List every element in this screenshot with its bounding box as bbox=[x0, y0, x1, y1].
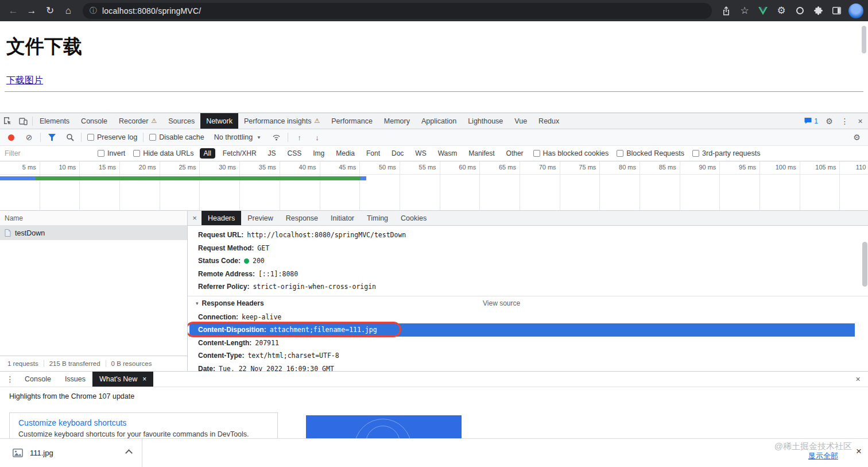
drawer-menu-icon[interactable]: ⋮ bbox=[2, 372, 18, 387]
side-panel-icon[interactable] bbox=[828, 2, 845, 20]
bookmark-star-icon[interactable]: ☆ bbox=[736, 2, 753, 20]
tab-preview[interactable]: Preview bbox=[241, 211, 279, 225]
close-detail-icon[interactable]: × bbox=[188, 211, 202, 226]
filter-pill-media[interactable]: Media bbox=[332, 148, 359, 159]
close-tab-icon[interactable]: × bbox=[142, 375, 146, 383]
checkbox[interactable] bbox=[133, 150, 140, 157]
third-party-requests-toggle[interactable]: 3rd-party requests bbox=[690, 149, 762, 157]
filter-pill-img[interactable]: Img bbox=[309, 148, 328, 159]
show-all-link[interactable]: 显示全部 bbox=[808, 451, 838, 461]
download-item[interactable]: 111.jpg bbox=[0, 439, 142, 467]
home-icon[interactable]: ⌂ bbox=[60, 2, 77, 20]
name-column-header[interactable]: Name bbox=[0, 211, 187, 226]
filter-pill-js[interactable]: JS bbox=[264, 148, 280, 159]
hide-data-urls-toggle[interactable]: Hide data URLs bbox=[131, 149, 196, 157]
tab-headers[interactable]: Headers bbox=[202, 211, 241, 225]
issues-counter[interactable]: 1 bbox=[800, 117, 822, 125]
checkbox[interactable] bbox=[692, 150, 699, 157]
preserve-log-toggle[interactable]: Preserve log bbox=[85, 133, 140, 141]
tab-cookies[interactable]: Cookies bbox=[394, 211, 433, 225]
back-icon[interactable]: ← bbox=[5, 2, 22, 20]
filter-pill-manifest[interactable]: Manifest bbox=[464, 148, 498, 159]
throttling-select[interactable]: No throttling ▼ bbox=[209, 133, 266, 141]
checkbox[interactable] bbox=[617, 150, 623, 157]
request-row[interactable]: testDown bbox=[0, 226, 187, 240]
device-toolbar-icon[interactable] bbox=[16, 113, 31, 129]
devtools-close-icon[interactable]: × bbox=[852, 113, 868, 129]
filter-pill-font[interactable]: Font bbox=[362, 148, 384, 159]
network-settings-gear-icon[interactable]: ⚙ bbox=[849, 130, 865, 145]
filter-input[interactable] bbox=[5, 149, 92, 157]
filter-pill-all[interactable]: All bbox=[200, 148, 215, 159]
tab-vue[interactable]: Vue bbox=[509, 113, 533, 129]
drawer-close-icon[interactable]: × bbox=[850, 372, 866, 387]
tab-performance[interactable]: Performance bbox=[326, 113, 378, 129]
tab-elements[interactable]: Elements bbox=[34, 113, 75, 129]
detail-scrollbar[interactable] bbox=[862, 227, 867, 369]
downloads-close-icon[interactable]: × bbox=[856, 446, 862, 457]
tab-response[interactable]: Response bbox=[280, 211, 324, 225]
import-har-icon[interactable]: ↑ bbox=[292, 130, 307, 145]
blocked-requests-toggle[interactable]: Blocked Requests bbox=[614, 149, 687, 157]
timeline-column: 45 ms bbox=[320, 161, 361, 210]
checkbox[interactable] bbox=[87, 134, 94, 141]
clear-icon[interactable]: ⊘ bbox=[21, 130, 37, 145]
view-source-link[interactable]: View source bbox=[483, 299, 520, 307]
tab-memory[interactable]: Memory bbox=[378, 113, 416, 129]
card-title-link[interactable]: Customize keyboard shortcuts bbox=[18, 418, 269, 427]
profile-avatar[interactable] bbox=[848, 3, 863, 18]
address-bar[interactable]: ⓘ localhost:8080/springMVC/ bbox=[83, 3, 712, 19]
drawer-tab-issues[interactable]: Issues bbox=[58, 372, 92, 387]
tab-sources[interactable]: Sources bbox=[162, 113, 200, 129]
page-scrollbar[interactable] bbox=[862, 26, 866, 53]
checkbox[interactable] bbox=[98, 150, 104, 157]
tab-performance-insights[interactable]: Performance insights⚠ bbox=[238, 113, 326, 129]
forward-icon[interactable]: → bbox=[23, 2, 40, 20]
checkbox[interactable] bbox=[149, 134, 156, 141]
extension-wheel-icon[interactable]: ⚙ bbox=[773, 2, 790, 20]
tab-network[interactable]: Network bbox=[200, 113, 238, 129]
transferred-size: 215 B transferred bbox=[49, 360, 100, 367]
tab-timing[interactable]: Timing bbox=[361, 211, 394, 225]
share-icon[interactable] bbox=[718, 2, 735, 20]
network-overview-timeline[interactable]: 5 ms 10 ms 15 ms 20 ms 25 ms 30 ms 35 ms… bbox=[0, 161, 868, 211]
tab-redux[interactable]: Redux bbox=[533, 113, 565, 129]
has-blocked-cookies-toggle[interactable]: Has blocked cookies bbox=[531, 149, 611, 157]
site-info-icon[interactable]: ⓘ bbox=[90, 6, 97, 16]
tab-recorder[interactable]: Recorder⚠ bbox=[113, 113, 162, 129]
filter-pill-ws[interactable]: WS bbox=[411, 148, 430, 159]
filter-funnel-icon[interactable] bbox=[44, 130, 60, 145]
header-row-highlighted[interactable]: Content-Disposition: attachment;filename… bbox=[189, 323, 855, 337]
response-headers-section[interactable]: ▾ Response Headers View source bbox=[196, 296, 868, 311]
tab-lighthouse[interactable]: Lighthouse bbox=[462, 113, 509, 129]
filter-pill-wasm[interactable]: Wasm bbox=[434, 148, 462, 159]
tab-initiator[interactable]: Initiator bbox=[324, 211, 361, 225]
filter-pill-other[interactable]: Other bbox=[502, 148, 528, 159]
network-conditions-icon[interactable] bbox=[269, 130, 284, 145]
filter-pill-doc[interactable]: Doc bbox=[388, 148, 408, 159]
invert-toggle[interactable]: Invert bbox=[95, 149, 127, 157]
whats-new-card[interactable]: Customize keyboard shortcuts Customize k… bbox=[9, 412, 278, 439]
tab-application[interactable]: Application bbox=[416, 113, 462, 129]
settings-gear-icon[interactable]: ⚙ bbox=[822, 113, 837, 129]
vue-devtools-icon[interactable] bbox=[754, 2, 772, 20]
checkbox[interactable] bbox=[533, 150, 540, 157]
scrollbar-thumb[interactable] bbox=[862, 242, 867, 287]
filter-pill-fetch-xhr[interactable]: Fetch/XHR bbox=[219, 148, 261, 159]
drawer-tab-whats-new[interactable]: What's New × bbox=[92, 372, 153, 387]
disable-cache-toggle[interactable]: Disable cache bbox=[147, 133, 207, 141]
extension-circle-icon[interactable] bbox=[791, 2, 808, 20]
download-image-link[interactable]: 下载图片 bbox=[6, 75, 43, 87]
reload-icon[interactable]: ↻ bbox=[41, 2, 59, 20]
drawer-tab-console[interactable]: Console bbox=[18, 372, 58, 387]
extensions-puzzle-icon[interactable] bbox=[809, 2, 827, 20]
filter-pill-css[interactable]: CSS bbox=[284, 148, 306, 159]
inspect-icon[interactable] bbox=[0, 113, 16, 129]
chevron-up-icon[interactable] bbox=[125, 449, 133, 457]
devtools-menu-icon[interactable]: ⋮ bbox=[837, 113, 852, 129]
export-har-icon[interactable]: ↓ bbox=[309, 130, 325, 145]
tab-console[interactable]: Console bbox=[75, 113, 113, 129]
record-icon[interactable] bbox=[8, 134, 14, 141]
collapse-triangle-icon[interactable]: ▾ bbox=[196, 300, 199, 306]
search-icon[interactable] bbox=[62, 130, 78, 145]
